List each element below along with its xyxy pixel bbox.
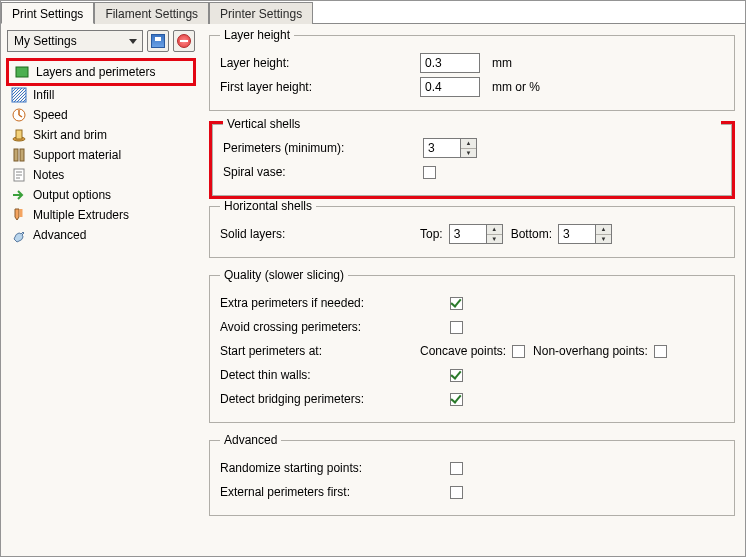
profile-row: My Settings xyxy=(7,30,195,52)
sidebar-item-extruders[interactable]: Multiple Extruders xyxy=(7,205,195,225)
tab-label: Filament Settings xyxy=(105,7,198,21)
output-icon xyxy=(11,187,27,203)
svg-rect-1 xyxy=(12,88,26,102)
group-legend: Quality (slower slicing) xyxy=(220,268,348,282)
solid-layers-label: Solid layers: xyxy=(220,227,420,241)
first-layer-unit: mm or % xyxy=(492,80,540,94)
layer-height-input[interactable] xyxy=(420,53,480,73)
spiral-label: Spiral vase: xyxy=(223,165,423,179)
group-legend: Layer height xyxy=(220,28,294,42)
avoid-crossing-label: Avoid crossing perimeters: xyxy=(220,320,420,334)
tab-print-settings[interactable]: Print Settings xyxy=(1,2,94,24)
perimeters-spinner[interactable]: ▲▼ xyxy=(423,138,477,158)
sidebar-item-notes[interactable]: Notes xyxy=(7,165,195,185)
sidebar-item-label: Notes xyxy=(33,168,64,182)
svg-rect-4 xyxy=(16,130,22,139)
concave-checkbox[interactable] xyxy=(512,345,525,358)
sidebar-item-label: Output options xyxy=(33,188,111,202)
sidebar-item-support[interactable]: Support material xyxy=(7,145,195,165)
spinner-buttons[interactable]: ▲▼ xyxy=(596,224,612,244)
group-advanced: Advanced Randomize starting points: Exte… xyxy=(209,433,735,516)
perimeters-label: Perimeters (minimum): xyxy=(223,141,423,155)
tab-label: Printer Settings xyxy=(220,7,302,21)
concave-label: Concave points: xyxy=(420,344,506,358)
save-profile-button[interactable] xyxy=(147,30,169,52)
spinner-buttons[interactable]: ▲▼ xyxy=(461,138,477,158)
bridging-checkbox[interactable] xyxy=(450,393,463,406)
sidebar-item-layers[interactable]: Layers and perimeters xyxy=(10,62,192,82)
support-icon xyxy=(11,147,27,163)
group-layer-height: Layer height Layer height: mm First laye… xyxy=(209,28,735,111)
sidebar-item-label: Support material xyxy=(33,148,121,162)
sidebar-item-label: Multiple Extruders xyxy=(33,208,129,222)
bottom-label: Bottom: xyxy=(511,227,552,241)
extra-perimeters-checkbox[interactable] xyxy=(450,297,463,310)
layers-icon xyxy=(14,64,30,80)
group-legend: Vertical shells xyxy=(223,117,721,131)
tab-bar: Print Settings Filament Settings Printer… xyxy=(1,1,745,23)
skirt-icon xyxy=(11,127,27,143)
avoid-crossing-checkbox[interactable] xyxy=(450,321,463,334)
first-layer-input[interactable] xyxy=(420,77,480,97)
sidebar-item-label: Speed xyxy=(33,108,68,122)
profile-select[interactable]: My Settings xyxy=(7,30,143,52)
bottom-input[interactable] xyxy=(558,224,596,244)
sidebar-item-skirt[interactable]: Skirt and brim xyxy=(7,125,195,145)
sidebar-item-speed[interactable]: Speed xyxy=(7,105,195,125)
infill-icon xyxy=(11,87,27,103)
content-area: My Settings Layers and perimeters xyxy=(1,23,745,556)
group-legend: Advanced xyxy=(220,433,281,447)
sidebar-item-label: Skirt and brim xyxy=(33,128,107,142)
svg-rect-6 xyxy=(20,149,24,161)
sidebar-item-label: Infill xyxy=(33,88,54,102)
extra-perimeters-label: Extra perimeters if needed: xyxy=(220,296,420,310)
save-icon xyxy=(151,34,165,48)
svg-rect-0 xyxy=(16,67,28,77)
highlight-box-sidebar: Layers and perimeters xyxy=(6,58,196,86)
ext-first-label: External perimeters first: xyxy=(220,485,420,499)
highlight-box-vertical-shells: Vertical shells Perimeters (minimum): ▲▼ xyxy=(209,121,735,199)
randomize-label: Randomize starting points: xyxy=(220,461,420,475)
spiral-checkbox[interactable] xyxy=(423,166,436,179)
speed-icon xyxy=(11,107,27,123)
bridging-label: Detect bridging perimeters: xyxy=(220,392,420,406)
sidebar-item-label: Layers and perimeters xyxy=(36,65,155,79)
profile-select-value: My Settings xyxy=(14,34,77,48)
ext-first-checkbox[interactable] xyxy=(450,486,463,499)
group-quality: Quality (slower slicing) Extra perimeter… xyxy=(209,268,735,423)
svg-rect-5 xyxy=(14,149,18,161)
sidebar-item-advanced[interactable]: Advanced xyxy=(7,225,195,245)
top-label: Top: xyxy=(420,227,443,241)
notes-icon xyxy=(11,167,27,183)
layer-height-label: Layer height: xyxy=(220,56,420,70)
tab-printer-settings[interactable]: Printer Settings xyxy=(209,2,313,24)
sidebar-nav: Layers and perimeters Infill Speed xyxy=(7,58,195,245)
top-input[interactable] xyxy=(449,224,487,244)
sidebar-item-output[interactable]: Output options xyxy=(7,185,195,205)
sidebar-item-infill[interactable]: Infill xyxy=(7,85,195,105)
nonoverhang-checkbox[interactable] xyxy=(654,345,667,358)
sidebar-item-label: Advanced xyxy=(33,228,86,242)
sidebar: My Settings Layers and perimeters xyxy=(1,24,201,556)
bottom-spinner[interactable]: ▲▼ xyxy=(558,224,612,244)
extruders-icon xyxy=(11,207,27,223)
group-horizontal-shells: Horizontal shells Solid layers: Top: ▲▼ xyxy=(209,199,735,258)
start-perimeters-label: Start perimeters at: xyxy=(220,344,420,358)
top-spinner[interactable]: ▲▼ xyxy=(449,224,503,244)
app-window: Print Settings Filament Settings Printer… xyxy=(0,0,746,557)
nonoverhang-label: Non-overhang points: xyxy=(533,344,648,358)
delete-icon xyxy=(177,34,191,48)
tab-filament-settings[interactable]: Filament Settings xyxy=(94,2,209,24)
layer-height-unit: mm xyxy=(492,56,512,70)
main-panel: Layer height Layer height: mm First laye… xyxy=(201,24,745,556)
advanced-icon xyxy=(11,227,27,243)
perimeters-input[interactable] xyxy=(423,138,461,158)
spinner-buttons[interactable]: ▲▼ xyxy=(487,224,503,244)
group-legend: Horizontal shells xyxy=(220,199,316,213)
thin-walls-checkbox[interactable] xyxy=(450,369,463,382)
randomize-checkbox[interactable] xyxy=(450,462,463,475)
delete-profile-button[interactable] xyxy=(173,30,195,52)
tab-label: Print Settings xyxy=(12,7,83,21)
thin-walls-label: Detect thin walls: xyxy=(220,368,420,382)
first-layer-label: First layer height: xyxy=(220,80,420,94)
